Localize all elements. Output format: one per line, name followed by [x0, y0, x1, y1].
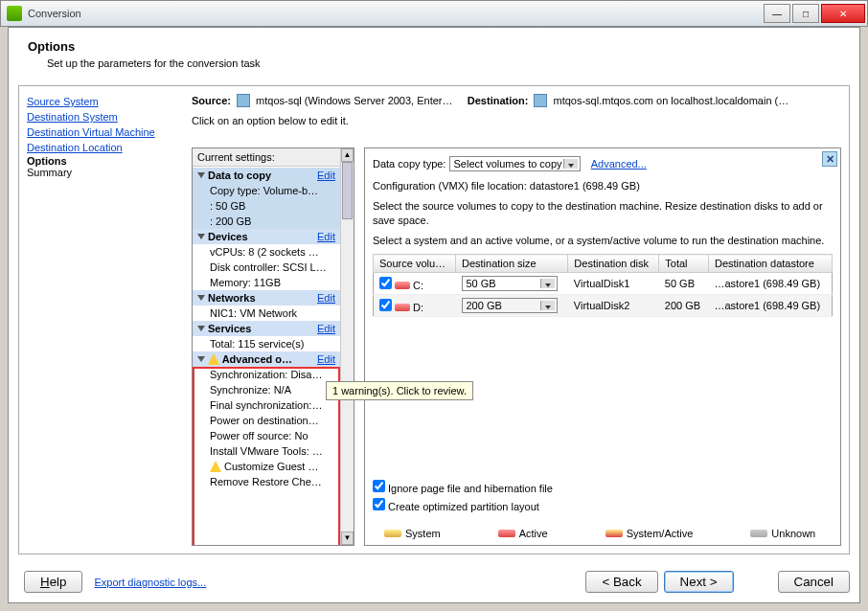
destination-datastore: …astore1 (698.49 GB) [708, 273, 832, 295]
destination-disk: VirtualDisk1 [568, 273, 659, 295]
source-dest-row: Source: mtqos-sql (Windows Server 2003, … [192, 94, 841, 107]
disk-icon [395, 304, 410, 311]
legend-system-active: System/Active [605, 528, 694, 539]
destination-size-combo[interactable]: 50 GB [462, 276, 558, 291]
settings-item[interactable]: : 200 GB [193, 214, 340, 229]
settings-header: Current settings: [193, 148, 354, 167]
next-button[interactable]: Next > [664, 571, 734, 593]
legend-active: Active [498, 528, 548, 539]
window-body: Options Set up the parameters for the co… [8, 27, 860, 603]
total-size: 200 GB [659, 295, 709, 317]
data-copy-type-row: Data copy type: Select volumes to copy A… [373, 156, 833, 171]
app-icon [7, 6, 22, 21]
close-button[interactable]: ✕ [821, 4, 865, 23]
edit-link[interactable]: Edit [317, 323, 335, 334]
destination-value: mtqos-sql.mtqos.com on localhost.localdo… [553, 95, 788, 106]
nav-item: Options [27, 155, 182, 167]
wizard-nav: Source SystemDestination SystemDestinati… [27, 94, 182, 178]
settings-item[interactable]: Power on destination… [193, 413, 340, 428]
scroll-up-icon[interactable]: ▲ [341, 148, 354, 162]
config-location: Configuration (VMX) file location: datas… [373, 179, 833, 193]
settings-item[interactable]: Disk controller: SCSI L… [193, 260, 340, 275]
edit-link[interactable]: Edit [317, 231, 335, 242]
advanced-link[interactable]: Advanced... [591, 158, 647, 170]
edit-link[interactable]: Edit [317, 170, 335, 181]
desc-2: Select a system and an active volume, or… [373, 234, 833, 248]
legend-system: System [384, 528, 441, 539]
minimize-button[interactable]: — [764, 4, 790, 23]
source-label: Source: [192, 95, 231, 106]
settings-section-header[interactable]: NetworksEdit [193, 290, 340, 306]
cancel-button[interactable]: Cancel [778, 571, 851, 593]
settings-item[interactable]: vCPUs: 8 (2 sockets … [193, 244, 340, 260]
volume-checkbox[interactable] [379, 277, 392, 289]
destination-disk: VirtualDisk2 [568, 295, 659, 317]
scroll-down-icon[interactable]: ▼ [341, 532, 354, 545]
destination-label: Destination: [468, 95, 529, 106]
settings-section-header[interactable]: DevicesEdit [193, 229, 340, 244]
destination-icon [534, 94, 547, 107]
titlebar: Conversion — □ ✕ [0, 0, 868, 27]
column-header[interactable]: Source volu… [374, 255, 456, 273]
destination-datastore: …astore1 (698.49 GB) [708, 295, 832, 317]
settings-item[interactable]: Synchronize: N/A [193, 382, 340, 397]
settings-list[interactable]: Data to copyEditCopy type: Volume-b…: 50… [193, 168, 340, 545]
disk-icon [395, 282, 410, 289]
page-title: Options [28, 39, 840, 54]
table-row: D:200 GBVirtualDisk2200 GB…astore1 (698.… [374, 295, 833, 317]
settings-scrollbar[interactable]: ▲ ▼ [340, 148, 354, 545]
column-header[interactable]: Total [659, 255, 709, 273]
settings-section-header[interactable]: Data to copyEdit [193, 168, 340, 183]
nav-item[interactable]: Destination Virtual Machine [27, 124, 182, 140]
click-hint: Click on an option below to edit it. [192, 115, 841, 126]
volume-checkbox[interactable] [379, 299, 392, 311]
legend-unknown: Unknown [750, 528, 815, 539]
warning-tooltip[interactable]: 1 warning(s). Click to review. [326, 381, 473, 400]
data-copy-type-label: Data copy type: [373, 158, 445, 170]
back-button[interactable]: < Back [585, 571, 657, 593]
source-icon [237, 94, 250, 107]
optimized-layout-checkbox[interactable]: Create optimized partition layout [373, 498, 553, 512]
options-checkboxes: Ignore page file and hibernation file Cr… [373, 480, 553, 516]
settings-item[interactable]: Customize Guest … [193, 459, 340, 474]
settings-item[interactable]: NIC1: VM Network [193, 306, 340, 321]
settings-item[interactable]: : 50 GB [193, 198, 340, 214]
settings-item[interactable]: Memory: 11GB [193, 275, 340, 290]
ignore-pagefile-checkbox[interactable]: Ignore page file and hibernation file [373, 480, 553, 494]
settings-section-header[interactable]: ServicesEdit [193, 321, 340, 336]
desc-1: Select the source volumes to copy to the… [373, 199, 833, 228]
settings-item[interactable]: Remove Restore Che… [193, 474, 340, 489]
settings-section-header[interactable]: Advanced o…Edit [193, 351, 340, 367]
edit-link[interactable]: Edit [317, 292, 335, 304]
source-value: mtqos-sql (Windows Server 2003, Enter… [256, 95, 452, 106]
scroll-thumb[interactable] [342, 162, 353, 219]
legend: System Active System/Active Unknown [384, 528, 821, 539]
nav-item[interactable]: Destination System [27, 109, 182, 124]
footer: Help Export diagnostic logs... < Back Ne… [18, 571, 850, 593]
data-copy-type-combo[interactable]: Select volumes to copy [449, 156, 581, 171]
column-header[interactable]: Destination datastore [708, 255, 832, 273]
detail-close-button[interactable]: ✕ [822, 151, 837, 167]
window-title: Conversion [28, 8, 764, 19]
edit-link[interactable]: Edit [317, 353, 335, 365]
settings-item[interactable]: Install VMware Tools: … [193, 443, 340, 459]
settings-item[interactable]: Power off source: No [193, 428, 340, 443]
maximize-button[interactable]: □ [792, 4, 819, 23]
settings-tree: Current settings: Data to copyEditCopy t… [192, 147, 354, 546]
settings-item[interactable]: Copy type: Volume-b… [193, 183, 340, 198]
nav-item[interactable]: Source System [27, 94, 182, 109]
settings-item[interactable]: Total: 115 service(s) [193, 336, 340, 351]
content-panel: Source: mtqos-sql (Windows Server 2003, … [192, 94, 841, 546]
nav-item[interactable]: Destination Location [27, 140, 182, 155]
main-panel: Source SystemDestination SystemDestinati… [18, 85, 850, 554]
column-header[interactable]: Destination disk [568, 255, 659, 273]
help-button[interactable]: Help [24, 571, 82, 593]
total-size: 50 GB [659, 273, 709, 295]
settings-item[interactable]: Final synchronization:… [193, 397, 340, 413]
settings-item[interactable]: Synchronization: Disa… [193, 367, 340, 382]
export-logs-link[interactable]: Export diagnostic logs... [94, 577, 206, 588]
column-header[interactable]: Destination size [456, 255, 568, 273]
destination-size-combo[interactable]: 200 GB [462, 298, 558, 313]
page-subtitle: Set up the parameters for the conversion… [47, 57, 840, 69]
volumes-table: Source volu…Destination sizeDestination … [373, 254, 833, 317]
